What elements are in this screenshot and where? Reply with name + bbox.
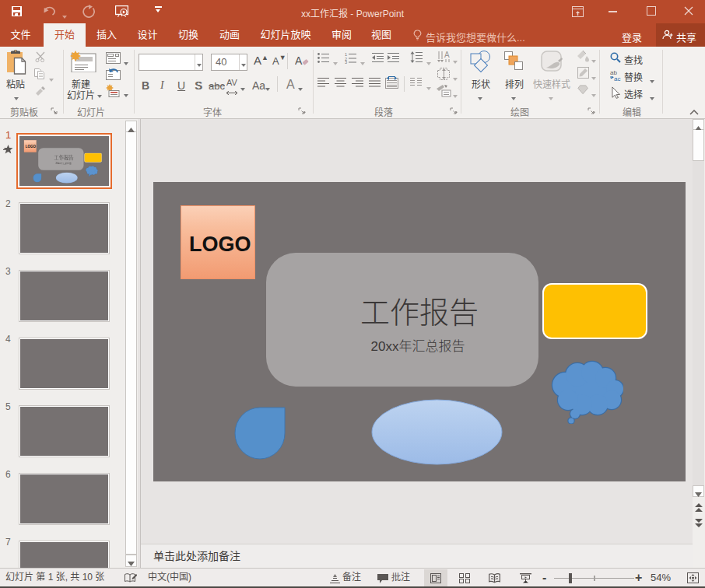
- svg-text:3: 3: [345, 60, 347, 64]
- svg-text:A: A: [444, 51, 450, 59]
- svg-text:ac: ac: [614, 75, 620, 81]
